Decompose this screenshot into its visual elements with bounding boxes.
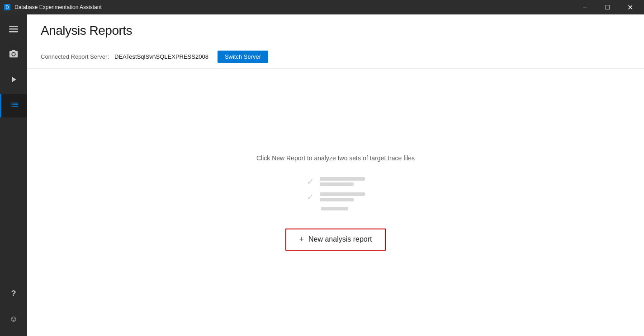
sidebar-item-feedback[interactable]: ☺ xyxy=(0,307,27,331)
minimize-button[interactable]: − xyxy=(574,0,595,14)
check-icon-1: ✓ xyxy=(307,176,314,187)
svg-rect-4 xyxy=(9,31,18,33)
sidebar-bottom: ? ☺ xyxy=(0,282,27,336)
svg-rect-3 xyxy=(9,28,18,30)
analysis-icon xyxy=(9,100,19,112)
close-button[interactable]: ✕ xyxy=(620,0,640,14)
switch-server-button[interactable]: Switch Server xyxy=(218,51,268,63)
sidebar-item-analysis[interactable] xyxy=(0,94,27,117)
app-container: ? ☺ Analysis Reports Connected Report Se… xyxy=(0,14,644,336)
placeholder-lines-1 xyxy=(320,177,365,186)
sidebar-item-menu[interactable] xyxy=(0,18,27,42)
app-icon: D xyxy=(4,4,11,11)
feedback-icon: ☺ xyxy=(9,314,18,324)
page-title: Analysis Reports xyxy=(41,23,630,38)
help-icon: ? xyxy=(11,289,16,299)
placeholder-row-1: ✓ xyxy=(307,176,365,187)
placeholder-line xyxy=(321,207,348,210)
empty-state-message: Click New Report to analyze two sets of … xyxy=(256,154,415,162)
placeholder-illustration: ✓ ✓ xyxy=(307,176,365,210)
check-icon-2: ✓ xyxy=(307,191,314,202)
sidebar-item-help[interactable]: ? xyxy=(0,282,27,305)
maximize-button[interactable]: □ xyxy=(597,0,618,14)
new-report-label: New analysis report xyxy=(308,235,372,243)
placeholder-lines-2 xyxy=(320,192,365,201)
placeholder-row-3 xyxy=(321,207,348,210)
placeholder-line xyxy=(320,198,354,201)
server-bar: Connected Report Server: DEATestSqlSvr\S… xyxy=(27,45,644,69)
plus-icon: + xyxy=(299,235,304,244)
placeholder-line xyxy=(320,192,365,196)
app-title: Database Experimentation Assistant xyxy=(14,4,102,10)
svg-rect-2 xyxy=(9,26,18,27)
placeholder-line xyxy=(320,182,354,186)
page-header: Analysis Reports xyxy=(27,14,644,45)
title-bar: D Database Experimentation Assistant − □… xyxy=(0,0,644,14)
placeholder-line xyxy=(320,177,365,181)
camera-icon xyxy=(9,49,19,61)
svg-text:D: D xyxy=(5,5,9,10)
new-analysis-report-button[interactable]: + New analysis report xyxy=(285,229,385,251)
title-bar-left: D Database Experimentation Assistant xyxy=(4,4,102,11)
server-name: DEATestSqlSvr\SQLEXPRESS2008 xyxy=(114,53,208,60)
sidebar-top xyxy=(0,18,27,282)
main-content: Analysis Reports Connected Report Server… xyxy=(27,14,644,336)
menu-icon xyxy=(9,24,18,36)
placeholder-row-2: ✓ xyxy=(307,191,365,202)
server-label: Connected Report Server: xyxy=(41,53,109,60)
sidebar: ? ☺ xyxy=(0,14,27,336)
sidebar-item-capture[interactable] xyxy=(0,43,27,67)
play-icon xyxy=(9,75,18,86)
sidebar-item-replay[interactable] xyxy=(0,69,27,92)
content-area: Click New Report to analyze two sets of … xyxy=(27,69,644,336)
window-controls: − □ ✕ xyxy=(574,0,640,14)
